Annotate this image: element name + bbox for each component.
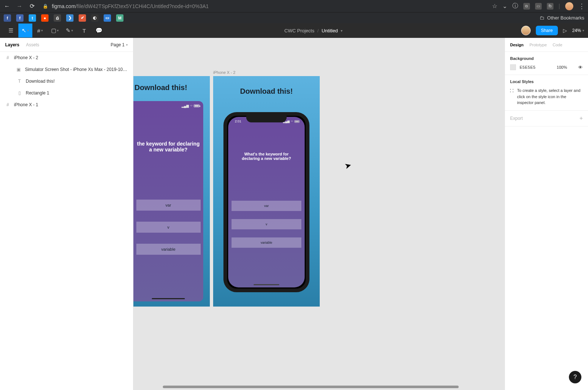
frame-icon: # [5,55,10,60]
browser-right: ☆ ⌄ ⓘ ⧉ ▭ fb | ⋮ [492,2,585,10]
answer-button: v [136,222,201,233]
layer-row[interactable]: T Download this! [0,75,133,87]
bookmark-icon[interactable]: ◐ [91,14,98,22]
background-hex[interactable]: E5E5E5 [520,65,535,69]
layer-row[interactable]: # iPhone X - 2 [0,52,133,64]
comment-tool[interactable]: 💬 [92,24,106,37]
frame-iphone-x-1[interactable]: Download this! ▂▄▆ ⌔ the keyword for dec… [133,76,210,307]
layer-row[interactable]: ▣ Simulator Screen Shot - iPhone Xs Max … [0,64,133,75]
home-indicator [254,284,279,285]
ext-icon-1[interactable]: ⧉ [523,3,530,10]
bookmarks-bar: f f t ● ⎙ ❯ ✔ ◐ ▭ M 🗀 Other Bookmarks [0,12,588,23]
tab-prototype[interactable]: Prototype [530,43,547,47]
browser-bar: ← → ⟳ 🔒 figma.com/file/dW42TSpFKfZtex5Y1… [0,0,588,12]
move-tool[interactable]: ↖▾ [18,24,32,37]
background-section: Background E5E5E5 100% 👁 [505,52,588,75]
frame1-question: the keyword for declaring a new variable… [133,141,203,153]
bookmark-icon[interactable]: ⎙ [54,14,61,22]
url-bar[interactable]: 🔒 figma.com/file/dW42TSpFKfZtex5Y1CHi4C/… [40,3,488,9]
frame1-title: Download this! [133,76,210,92]
browser-menu-icon[interactable]: ⋮ [578,2,585,10]
chevron-down-icon: ▾ [341,29,343,33]
cursor-icon: ➤ [344,160,352,171]
export-section: Export + [505,111,588,126]
ext-icon-3[interactable]: fb [547,3,553,10]
pen-tool[interactable]: ✎▾ [62,24,76,37]
pocket-icon[interactable]: ⌄ [502,3,507,10]
canvas[interactable]: Download this! ▂▄▆ ⌔ the keyword for dec… [133,38,505,390]
page-selector[interactable]: Page 1▾ [111,42,128,47]
layers-panel: Layers Assets Page 1▾ # iPhone X - 2 ▣ S… [0,38,133,390]
figma-toolbar: ☰ ↖▾ #▾ ▢▾ ✎▾ T 💬 CWC Projects / Untitle… [0,23,588,38]
frame-icon: # [5,102,10,107]
add-export-button[interactable]: + [580,115,583,122]
text-tool[interactable]: T [77,24,91,37]
user-avatar[interactable] [521,26,531,35]
bookmark-icon[interactable]: t [29,14,36,22]
forward-button[interactable]: → [15,3,24,10]
answer-button: v [232,219,301,229]
url-text: figma.com/file/dW42TSpFKfZtex5Y1CHi4C/Un… [52,3,209,9]
bookmark-icon[interactable]: ▭ [104,14,111,22]
image-icon: ▣ [16,67,21,72]
menu-button[interactable]: ☰ [4,24,18,37]
back-button[interactable]: ← [3,3,11,10]
frame2-title: Download this! [213,76,320,96]
rect-icon: ▯ [17,90,22,96]
answer-button: variable [232,237,301,248]
other-bookmarks[interactable]: Other Bookmarks [547,15,584,21]
local-styles-hint: To create a style, select a layer and cl… [517,87,583,106]
frame-tool[interactable]: #▾ [33,24,47,37]
tab-assets[interactable]: Assets [26,42,39,47]
export-label: Export [510,116,523,121]
tab-design[interactable]: Design [510,43,524,47]
bookmark-icon[interactable]: f [4,14,11,22]
home-indicator [152,298,185,299]
background-opacity[interactable]: 100% [557,65,567,69]
present-button[interactable]: ▷ [563,28,567,33]
breadcrumb-separator: / [317,28,319,33]
bookmark-icon[interactable]: ❯ [66,14,74,22]
frame1-card: ▂▄▆ ⌔ the keyword for declaring a new va… [133,101,203,301]
layer-row[interactable]: # iPhone X - 1 [0,99,133,111]
bookmark-icon[interactable]: ● [41,14,49,22]
lock-icon: 🔒 [43,4,48,9]
wifi-icon: ⌔ [291,120,293,123]
help-button[interactable]: ? [569,371,581,383]
answer-button: var [232,201,301,211]
inspector-panel: Design Prototype Code Background E5E5E5 … [505,38,588,390]
breadcrumb[interactable]: CWC Projects / Untitled ▾ [106,28,521,33]
notch [246,116,287,122]
status-time: 2:01 [235,119,241,123]
answer-button: variable [136,244,201,255]
ext-icon-2[interactable]: ▭ [535,3,542,10]
bookmark-icon[interactable]: M [116,14,123,22]
text-icon: T [17,79,22,84]
frame-iphone-x-2[interactable]: Download this! 2:01 ▂▄▆ ⌔ What's the key… [213,76,320,307]
frame-label[interactable]: iPhone X - 2 [213,70,236,75]
styles-icon: ⸬ [510,87,513,94]
signal-icon: ▂▄▆ [182,104,189,108]
file-title: Untitled [322,28,338,33]
status-bar: ▂▄▆ ⌔ [182,104,200,108]
info-icon[interactable]: ⓘ [512,2,518,10]
star-icon[interactable]: ☆ [492,3,497,10]
color-swatch[interactable] [510,64,516,70]
visibility-icon[interactable]: 👁 [578,65,583,70]
shape-tool[interactable]: ▢▾ [48,24,62,37]
device-mockup: 2:01 ▂▄▆ ⌔ What's the keyword for declar… [223,112,309,292]
wifi-icon: ⌔ [190,104,192,108]
bookmark-icon[interactable]: ✔ [79,14,86,22]
project-name: CWC Projects [284,28,315,33]
tab-code[interactable]: Code [553,43,562,47]
answer-button: var [136,200,201,211]
horizontal-scrollbar[interactable] [163,386,499,389]
profile-avatar[interactable] [565,2,573,10]
frame2-question: What's the keyword for declaring a new v… [228,152,305,161]
layer-row[interactable]: ▯ Rectangle 1 [0,87,133,99]
share-button[interactable]: Share [536,26,558,35]
bookmark-icon[interactable]: f [16,14,24,22]
zoom-control[interactable]: 24%▾ [572,28,584,33]
tab-layers[interactable]: Layers [5,42,19,47]
reload-button[interactable]: ⟳ [28,3,36,10]
